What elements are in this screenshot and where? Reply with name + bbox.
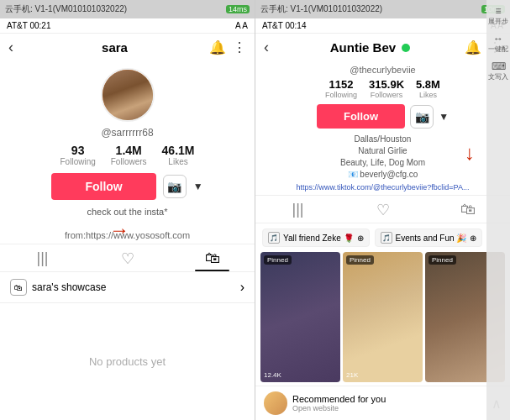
right-device-info: 云手机: V1-1(VM010101032022) 10ms	[255, 3, 510, 15]
right-friend-tab-1[interactable]: 🎵 Yall friend Zeke 🌹 ⊕	[262, 228, 370, 247]
right-video-grid: Pinned 12.4K Pinned 21K Pinned	[255, 252, 510, 382]
left-showcase-label: sara's showcase	[32, 281, 106, 293]
left-status-bar: AT&T 00:21 A A	[0, 18, 255, 34]
right-rec-avatar	[264, 391, 287, 415]
right-video-1-stats: 12.4K	[264, 371, 281, 379]
right-top-bar: 云手机: V1-1(VM010101032022) 10ms	[255, 0, 510, 18]
right-sidebar-label-3: 文写入	[488, 72, 508, 81]
right-tab-liked[interactable]: ♡	[340, 201, 425, 219]
left-showcase-row: 🛍 sara's showcase ›	[0, 271, 255, 303]
left-stat-followers: 1.4M Followers	[111, 144, 147, 166]
right-stat-followers: 315.9K Followers	[369, 78, 404, 99]
left-username: @sarrrrrr68	[101, 127, 153, 139]
left-profile-section: @sarrrrrr68 93 Following 1.4M Followers …	[0, 61, 255, 227]
right-tab-videos-icon: |||	[292, 201, 303, 218]
left-time: AT&T 00:21	[7, 21, 50, 30]
right-recommended-bar: Recommended for you Open website ∧	[255, 386, 510, 420]
right-video-1-pinned: Pinned	[264, 255, 292, 265]
left-no-products: No products yet	[0, 303, 255, 420]
left-showcase-left: 🛍 sara's showcase	[10, 279, 106, 296]
right-online-indicator	[402, 44, 410, 52]
left-bottom-tabs: ||| ♡ 🛍	[0, 244, 255, 271]
left-follow-row: Follow 📷 ▼	[10, 173, 244, 200]
right-sidebar-icon-3: ⌨	[492, 60, 506, 72]
right-sidebar-expand[interactable]: ≡ 展开步	[486, 3, 510, 28]
right-friend-tab-1-icon: 🎵	[268, 232, 280, 244]
right-friend-tab-2[interactable]: 🎵 Events and Fun 🎉 ⊕	[375, 228, 483, 247]
right-tab-liked-icon: ♡	[376, 201, 390, 219]
right-sidebar-label-2: 一键配	[488, 45, 508, 54]
left-arrow-right-icon: →	[109, 218, 129, 241]
right-stats-row: 1152 Following 315.9K Followers 5.8M Lik…	[325, 78, 440, 99]
left-tab-liked[interactable]: ♡	[85, 249, 170, 268]
right-handle: @thecurlybeviie	[350, 65, 415, 75]
right-sidebar-icon-2: ↔	[493, 33, 503, 45]
right-status-bar: AT&T 00:14 A A	[255, 18, 510, 34]
left-tab-shop-icon: 🛍	[205, 249, 220, 267]
right-sidebar: ≡ 展开步 ↔ 一键配 ⌨ 文写入	[486, 0, 510, 420]
right-likes-value: 5.8M	[416, 78, 440, 91]
right-video-2[interactable]: Pinned 21K	[343, 252, 423, 382]
left-showcase-icon: 🛍	[10, 279, 27, 296]
left-followers-label: Followers	[111, 157, 147, 166]
left-back-button[interactable]: ‹	[8, 39, 13, 56]
left-stats-row: 93 Following 1.4M Followers 46.1M Likes	[60, 144, 195, 166]
left-stat-following: 93 Following	[60, 144, 96, 166]
right-rec-title: Recommended for you	[292, 394, 386, 404]
right-follow-button[interactable]: Follow	[317, 104, 405, 129]
left-likes-label: Likes	[168, 157, 187, 166]
right-sidebar-item-3[interactable]: ⌨ 文写入	[486, 59, 510, 83]
right-stat-likes: 5.8M Likes	[416, 78, 440, 99]
right-rec-text-block: Recommended for you Open website	[292, 394, 386, 412]
left-tab-shop[interactable]: 🛍	[170, 249, 255, 268]
left-instagram-icon[interactable]: 📷	[163, 175, 187, 198]
right-video-2-pinned: Pinned	[346, 255, 374, 265]
right-video-1[interactable]: Pinned 12.4K	[260, 252, 340, 382]
right-rec-left: Recommended for you Open website	[264, 391, 386, 415]
left-arrow-overlay: →	[109, 218, 129, 242]
right-link: https://www.tiktok.com/@thecurlybeviie?f…	[297, 183, 470, 192]
left-follow-button[interactable]: Follow	[51, 173, 155, 200]
left-dropdown-icon[interactable]: ▼	[193, 181, 203, 192]
right-followers-value: 315.9K	[369, 78, 404, 91]
right-friend-tab-2-icon: 🎵	[381, 232, 392, 244]
left-more-icon[interactable]: ⋮	[233, 39, 246, 55]
left-following-value: 93	[71, 144, 85, 157]
right-tab-shop-icon: 🛍	[460, 201, 476, 218]
left-followers-value: 1.4M	[116, 144, 142, 157]
left-bio: check out the insta*	[87, 207, 167, 217]
left-ping: 14ms	[226, 5, 250, 13]
right-instagram-icon[interactable]: 📷	[410, 105, 434, 129]
left-avatar	[101, 68, 155, 122]
left-top-bar: 云手机: V1-1(VM010101032022) 14ms	[0, 0, 255, 18]
right-sidebar-expand-label: 展开步	[488, 17, 508, 26]
left-bell-icon[interactable]: 🔔	[209, 39, 226, 55]
right-friend-tab-2-add-icon: ⊕	[470, 234, 476, 243]
right-rec-sub: Open website	[292, 404, 386, 412]
left-tab-videos[interactable]: |||	[0, 249, 85, 268]
right-sidebar-item-2[interactable]: ↔ 一键配	[486, 31, 510, 55]
right-bottom-tabs: ||| ♡ 🛍	[255, 195, 510, 223]
right-back-button[interactable]: ‹	[264, 39, 269, 56]
left-tab-videos-icon: |||	[36, 249, 48, 267]
right-friend-tab-2-label: Events and Fun 🎉	[396, 234, 467, 243]
left-nav-icons: 🔔 ⋮	[209, 39, 246, 55]
left-showcase-chevron[interactable]: ›	[240, 280, 244, 295]
right-nav-bar: ‹ Auntie Bev 🔔 ⋮	[255, 34, 510, 61]
right-likes-label: Likes	[419, 91, 437, 99]
right-video-2-stats: 21K	[346, 371, 358, 379]
right-dropdown-icon[interactable]: ▼	[439, 111, 449, 123]
right-nav-title: Auntie Bev	[276, 40, 465, 55]
left-device-name: 云手机: V1-1(VM010101032022)	[5, 3, 127, 15]
right-friend-tab-1-label: Yall friend Zeke 🌹	[283, 234, 354, 243]
right-time: AT&T 00:14	[262, 21, 306, 30]
left-device-info: 云手机: V1-1(VM010101032022) 14ms	[0, 3, 255, 15]
left-nav-bar: ‹ sara 🔔 ⋮	[0, 34, 255, 61]
right-arrow-down: ↓	[465, 141, 475, 165]
left-likes-value: 46.1M	[162, 144, 195, 157]
right-followers-label: Followers	[371, 91, 403, 99]
right-bell-icon[interactable]: 🔔	[465, 39, 481, 55]
right-tab-videos[interactable]: |||	[255, 201, 340, 219]
right-following-label: Following	[325, 91, 357, 99]
left-following-label: Following	[60, 157, 96, 166]
